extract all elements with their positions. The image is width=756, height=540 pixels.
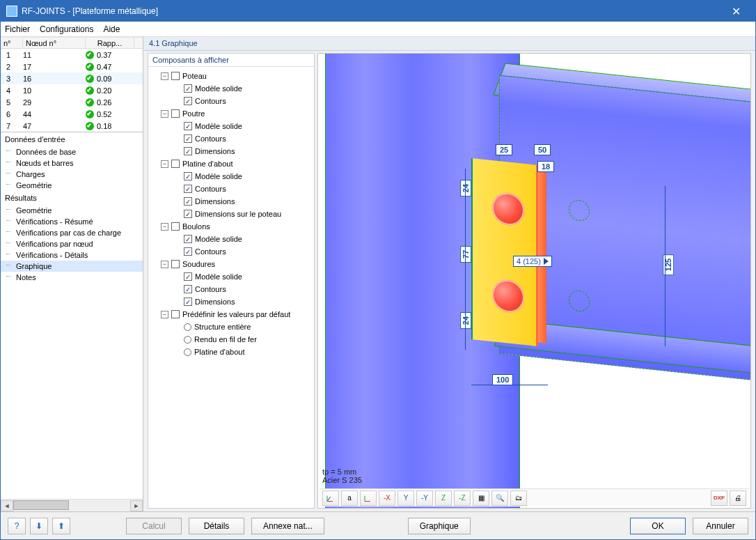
tree-group-label: Poteau: [182, 72, 207, 80]
display-tree-panel: Composants à afficher −PoteauModèle soli…: [148, 53, 315, 509]
grid-row[interactable]: 6440.52: [1, 108, 143, 120]
annuler-button[interactable]: Annuler: [693, 518, 748, 534]
main-window: RF-JOINTS - [Plateforme métallique] ✕ Fi…: [0, 0, 756, 540]
print-button[interactable]: 🖨: [730, 491, 746, 506]
grid-row[interactable]: 7470.18: [1, 120, 143, 132]
checkbox[interactable]: [184, 134, 192, 143]
view-a-button[interactable]: a: [341, 491, 358, 506]
checkbox[interactable]: [184, 247, 192, 256]
expand-icon[interactable]: −: [161, 223, 168, 231]
col-no[interactable]: n°: [1, 38, 23, 49]
expand-icon[interactable]: −: [161, 261, 168, 268]
view-x-button[interactable]: [360, 491, 377, 506]
close-button[interactable]: ✕: [722, 5, 750, 18]
dim-25: 25: [496, 144, 512, 155]
group-checkbox[interactable]: [171, 222, 180, 231]
grid-row[interactable]: 1110.37: [1, 49, 143, 61]
annexe-button[interactable]: Annexe nat...: [251, 518, 324, 534]
group-checkbox[interactable]: [171, 310, 180, 318]
group-checkbox[interactable]: [171, 72, 180, 80]
radio[interactable]: [184, 348, 191, 356]
expand-icon[interactable]: −: [161, 110, 168, 118]
tree-group-label: Soudures: [182, 260, 215, 268]
ok-icon: [86, 63, 94, 71]
checkbox[interactable]: [184, 210, 192, 218]
details-button[interactable]: Détails: [189, 518, 244, 534]
tree-group-label: Prédéfinir les valeurs par défaut: [182, 310, 290, 318]
viewport-3d[interactable]: 25 50 18 24 77 24 100 125 4 (125): [317, 53, 751, 509]
nav-item[interactable]: Vérifications par cas de charge: [1, 227, 143, 238]
group-checkbox[interactable]: [171, 260, 180, 268]
grid-row[interactable]: 3160.09: [1, 72, 143, 84]
bolt-callout: 4 (125): [513, 256, 552, 267]
panel-title: 4.1 Graphique: [143, 37, 755, 51]
nav-item[interactable]: Charges: [1, 169, 143, 180]
graphique-button[interactable]: Graphique: [408, 518, 471, 534]
nav-item[interactable]: Données de base: [1, 146, 143, 157]
checkbox[interactable]: [184, 147, 192, 155]
expand-icon[interactable]: −: [161, 160, 168, 168]
cell-no: 3: [1, 75, 23, 83]
nav-item[interactable]: Vérifications - Résumé: [1, 216, 143, 227]
checkbox[interactable]: [184, 235, 192, 243]
group-checkbox[interactable]: [171, 109, 180, 118]
radio[interactable]: [184, 323, 191, 331]
dxf-export-button[interactable]: DXF: [711, 491, 727, 506]
scroll-thumb[interactable]: [13, 500, 69, 510]
nav-item[interactable]: Geométrie: [1, 180, 143, 191]
view-z-button[interactable]: Z: [435, 491, 452, 506]
grid-row[interactable]: 2170.47: [1, 61, 143, 72]
cell-node: 44: [23, 110, 86, 118]
import-button[interactable]: ⬇: [30, 518, 48, 534]
scroll-right-icon[interactable]: ►: [130, 500, 143, 511]
layers-button[interactable]: 🗂: [510, 491, 527, 506]
menu-config[interactable]: Configurations: [40, 24, 93, 34]
ok-icon: [86, 51, 94, 59]
grid-row[interactable]: 4100.20: [1, 84, 143, 96]
cell-no: 1: [1, 51, 23, 59]
expand-icon[interactable]: −: [161, 72, 168, 80]
col-ratio[interactable]: Rapp...: [86, 38, 134, 49]
view-iso-button[interactable]: [322, 491, 339, 506]
col-node[interactable]: Nœud n°: [23, 38, 86, 49]
view-neg-y-button[interactable]: -Y: [416, 491, 433, 506]
checkbox[interactable]: [184, 197, 192, 206]
help-button[interactable]: ?: [8, 518, 26, 534]
nav-item[interactable]: Notes: [1, 272, 143, 283]
checkbox[interactable]: [184, 298, 192, 306]
checkbox[interactable]: [184, 285, 192, 293]
view-neg-z-button[interactable]: -Z: [454, 491, 471, 506]
grid-row[interactable]: 5290.26: [1, 96, 143, 108]
zoom-button[interactable]: 🔍: [491, 491, 508, 506]
checkbox[interactable]: [184, 122, 192, 130]
nav-item[interactable]: Graphique: [1, 261, 143, 272]
expand-icon[interactable]: −: [161, 311, 168, 318]
tree-item-label: Modèle solide: [195, 272, 242, 281]
checkbox[interactable]: [184, 272, 192, 281]
checkbox[interactable]: [184, 185, 192, 193]
view-neg-x-button[interactable]: -X: [379, 491, 395, 506]
scroll-left-icon[interactable]: ◄: [1, 500, 13, 511]
checkbox[interactable]: [184, 84, 192, 93]
nav-item[interactable]: Geométrie: [1, 205, 143, 216]
group-checkbox[interactable]: [171, 160, 180, 168]
nav-item[interactable]: Vérifications - Détails: [1, 249, 143, 261]
radio[interactable]: [184, 336, 191, 344]
tree-item-label: Dimensions: [195, 298, 235, 306]
menu-help[interactable]: Aide: [103, 24, 120, 34]
menu-file[interactable]: Fichier: [5, 24, 30, 34]
tree-item-label: Contours: [195, 97, 226, 105]
tree-group-label: Poutre: [182, 109, 205, 118]
calcul-button[interactable]: Calcul: [126, 518, 182, 534]
export-button[interactable]: ⬆: [52, 518, 70, 534]
checkbox[interactable]: [184, 172, 192, 180]
cell-node: 16: [23, 75, 86, 83]
left-hscrollbar[interactable]: ◄ ►: [1, 499, 143, 511]
nav-item[interactable]: Vérifications par nœud: [1, 238, 143, 249]
checkbox[interactable]: [184, 97, 192, 105]
view-y-button[interactable]: Y: [397, 491, 414, 506]
ok-button[interactable]: OK: [630, 518, 686, 534]
nav-item[interactable]: Nœuds et barres: [1, 157, 143, 169]
view-cube-button[interactable]: ▦: [473, 491, 489, 506]
tree-item-label: Modèle solide: [195, 235, 242, 243]
